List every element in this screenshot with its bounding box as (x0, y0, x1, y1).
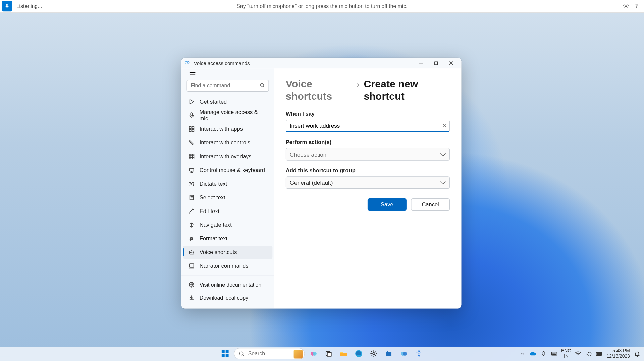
sidebar-item-voice-shortcuts[interactable]: Voice shortcuts (183, 246, 272, 259)
search-highlight-icon (294, 350, 303, 358)
content-pane: Voice shortcuts › Create new shortcut Wh… (274, 68, 462, 308)
choose-action-dropdown[interactable]: Choose action (286, 148, 450, 161)
svg-rect-18 (226, 354, 229, 357)
nav-icon (188, 98, 195, 105)
sidebar: Get startedManage voice access & micInte… (181, 68, 274, 308)
svg-rect-2 (435, 62, 438, 65)
sidebar-item-navigate-text[interactable]: Navigate text (183, 218, 272, 232)
command-search-input[interactable] (191, 83, 260, 89)
command-search[interactable] (186, 80, 269, 92)
window-title: Voice access commands (194, 61, 250, 66)
svg-rect-13 (189, 264, 194, 267)
svg-rect-24 (340, 353, 347, 356)
sidebar-item-label: Dictate text (200, 181, 227, 187)
task-view-icon[interactable] (322, 347, 335, 360)
svg-rect-16 (226, 350, 229, 353)
hamburger-button[interactable] (185, 71, 200, 77)
wifi-icon[interactable] (575, 350, 582, 357)
footer-item-download-local-copy[interactable]: Download local copy (183, 291, 272, 305)
svg-rect-35 (597, 353, 601, 355)
nav-icon (188, 180, 195, 187)
start-button[interactable] (219, 347, 231, 360)
nav-icon (188, 249, 195, 256)
footer-item-label: Visit online documentation (200, 282, 261, 288)
svg-point-31 (418, 351, 420, 352)
sidebar-item-select-text[interactable]: Select text (183, 191, 272, 204)
tray-chevron-icon[interactable] (519, 350, 526, 357)
sidebar-item-narrator-commands[interactable]: Narrator commands (183, 259, 272, 273)
svg-rect-17 (222, 354, 225, 357)
close-button[interactable] (444, 58, 459, 69)
sidebar-item-interact-with-overlays[interactable]: Interact with overlays (183, 150, 272, 163)
svg-rect-8 (192, 129, 194, 131)
settings-taskbar-icon[interactable] (368, 347, 380, 360)
mic-tray-icon[interactable] (540, 350, 547, 357)
sidebar-item-control-mouse-keyboard[interactable]: Control mouse & keyboard (183, 164, 272, 177)
phrase-label: When I say (286, 111, 450, 117)
search-icon (260, 82, 265, 89)
clock[interactable]: 5:48 PM12/13/2023 (607, 349, 630, 359)
phrase-field[interactable]: ✕ (286, 120, 450, 132)
accessibility-icon[interactable] (413, 347, 425, 360)
svg-rect-7 (189, 129, 191, 131)
sidebar-item-dictate-text[interactable]: Dictate text (183, 177, 272, 191)
sidebar-item-label: Control mouse & keyboard (200, 167, 265, 173)
nav-icon (188, 167, 195, 174)
window-titlebar[interactable]: Voice access commands (181, 58, 462, 69)
svg-point-26 (373, 353, 375, 355)
onedrive-icon[interactable] (529, 350, 536, 357)
phrase-input[interactable] (290, 122, 437, 129)
taskbar-search-placeholder: Search (248, 351, 265, 357)
footer-icon (188, 281, 195, 288)
store-icon[interactable] (383, 347, 395, 360)
edge-icon[interactable] (353, 347, 365, 360)
clear-icon[interactable]: ✕ (442, 123, 447, 129)
sidebar-item-label: Narrator commands (200, 263, 249, 269)
taskbar-search[interactable]: Search (234, 348, 305, 359)
save-button[interactable]: Save (368, 198, 407, 211)
microphone-button[interactable] (2, 1, 12, 12)
breadcrumb: Voice shortcuts › Create new shortcut (286, 78, 450, 102)
sidebar-item-interact-with-controls[interactable]: Interact with controls (183, 136, 272, 149)
svg-rect-6 (192, 127, 194, 129)
nav-icon (188, 194, 195, 201)
footer-item-visit-online-documentation[interactable]: Visit online documentation (183, 278, 272, 291)
sidebar-item-label: Interact with apps (200, 126, 243, 132)
settings-icon[interactable] (623, 2, 629, 10)
maximize-button[interactable] (429, 58, 444, 69)
cancel-button[interactable]: Cancel (411, 198, 450, 211)
volume-icon[interactable] (585, 350, 592, 357)
sidebar-item-manage-voice-access-mic[interactable]: Manage voice access & mic (183, 109, 272, 122)
action-value: Choose action (290, 151, 327, 158)
breadcrumb-parent[interactable]: Voice shortcuts (286, 78, 352, 102)
group-value: General (default) (290, 179, 333, 186)
copilot-icon[interactable] (307, 347, 320, 360)
svg-rect-5 (189, 127, 191, 129)
actions-label: Perform action(s) (286, 139, 450, 145)
minimize-button[interactable] (414, 58, 429, 69)
chevron-right-icon: › (357, 80, 359, 90)
sidebar-item-label: Edit text (200, 208, 220, 214)
svg-point-1 (185, 62, 187, 64)
taskbar[interactable]: Search ENGIN 5:48 PM12/13/2023 (0, 347, 644, 361)
sidebar-item-label: Format text (200, 236, 227, 242)
sidebar-item-get-started[interactable]: Get started (183, 95, 272, 109)
voice-access-taskbar-icon[interactable] (398, 347, 410, 360)
notifications-icon[interactable] (633, 350, 640, 357)
sidebar-item-format-text[interactable]: Format text (183, 232, 272, 245)
sidebar-item-label: Select text (200, 194, 225, 200)
keyboard-tray-icon[interactable] (550, 350, 557, 357)
choose-group-dropdown[interactable]: General (default) (286, 176, 450, 189)
sidebar-item-interact-with-apps[interactable]: Interact with apps (183, 122, 272, 136)
topbar-hint: Say "turn off microphone" or long press … (236, 3, 407, 9)
footer-item-label: Download local copy (200, 295, 248, 301)
battery-icon[interactable] (596, 350, 603, 357)
svg-rect-10 (189, 168, 194, 171)
language-indicator[interactable]: ENGIN (561, 349, 571, 359)
help-icon[interactable] (633, 2, 639, 10)
sidebar-item-label: Interact with controls (200, 140, 250, 146)
svg-point-21 (313, 352, 317, 356)
file-explorer-icon[interactable] (337, 347, 350, 360)
sidebar-item-edit-text[interactable]: Edit text (183, 205, 272, 218)
nav-icon (188, 235, 195, 242)
